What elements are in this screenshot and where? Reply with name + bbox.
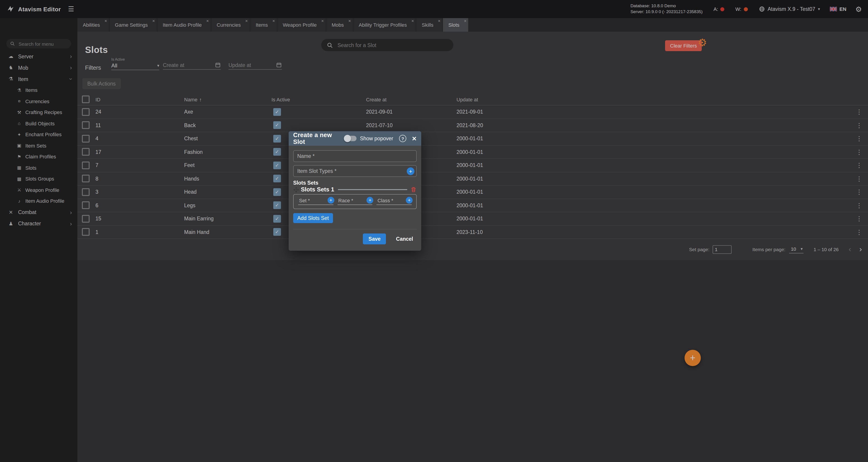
show-popover-toggle[interactable]	[344, 136, 356, 141]
help-icon[interactable]: ?	[399, 135, 406, 142]
add-item-slot-type-button[interactable]: +	[407, 167, 414, 175]
name-placeholder: Name *	[297, 153, 315, 159]
modal-footer: Save Cancel	[293, 229, 417, 245]
group-divider	[338, 189, 407, 190]
add-race-button[interactable]: +	[367, 197, 373, 204]
class-field[interactable]: Class * +	[377, 197, 412, 205]
delete-slots-set-icon[interactable]	[410, 186, 417, 192]
item-slot-types-field[interactable]: Item Slot Types * +	[293, 165, 417, 177]
show-popover-label: Show popover	[360, 136, 393, 141]
add-slots-set-button[interactable]: Add Slots Set	[293, 213, 333, 223]
slots-set-group-title: Slots Sets 1	[301, 186, 334, 193]
add-set-button[interactable]: +	[327, 197, 334, 204]
app-window: Atavism Editor ☰ Database: 10.8.0 Demo S…	[0, 0, 868, 462]
save-button[interactable]: Save	[363, 234, 386, 244]
class-placeholder: Class *	[377, 198, 393, 203]
modal-title: Create a new Slot	[293, 132, 344, 145]
slots-set-fields: Set * + Race * + Class * +	[293, 194, 417, 209]
modal-body: Name * Item Slot Types * + Slots Sets Sl…	[289, 146, 421, 251]
set-field[interactable]: Set * +	[298, 197, 333, 205]
race-placeholder: Race *	[338, 198, 353, 203]
close-icon[interactable]: ✕	[412, 135, 417, 142]
create-slot-modal: Create a new Slot Show popover ? ✕ Name …	[289, 131, 421, 251]
cancel-button[interactable]: Cancel	[393, 236, 416, 242]
drag-handle-icon[interactable]	[293, 186, 299, 192]
slots-set-group-header: Slots Sets 1	[293, 186, 417, 193]
add-class-button[interactable]: +	[406, 197, 413, 204]
modal-header: Create a new Slot Show popover ? ✕	[289, 131, 421, 146]
name-field[interactable]: Name *	[293, 150, 417, 162]
toggle-knob	[344, 135, 351, 142]
item-slot-types-placeholder: Item Slot Types *	[297, 168, 336, 174]
set-placeholder: Set *	[299, 198, 310, 203]
race-field[interactable]: Race * +	[337, 197, 372, 205]
slots-sets-label: Slots Sets	[293, 180, 417, 186]
modal-backdrop[interactable]	[0, 0, 868, 462]
